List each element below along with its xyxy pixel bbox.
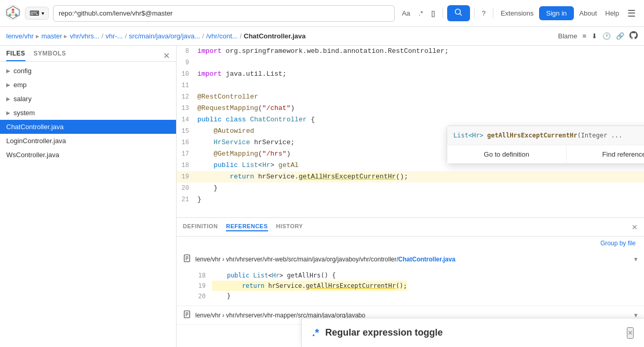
about-button[interactable]: About	[576, 7, 600, 19]
breadcrumb-branch[interactable]: master	[42, 32, 62, 40]
tooltip-type: List<Hr>	[453, 132, 484, 139]
address-bar[interactable]	[53, 5, 395, 22]
breadcrumb-actions: Blame ≡ ⬇ 🕐 🔗	[558, 31, 638, 41]
file-tree: ▶ config ▶ emp ▶ salary ▶ system ChatCon…	[0, 62, 176, 347]
chevron-right-icon: ▶	[6, 96, 10, 102]
folder-system-label: system	[14, 109, 35, 117]
format-icon[interactable]: ≡	[582, 32, 586, 40]
folder-salary-label: salary	[14, 95, 32, 103]
folder-system[interactable]: ▶ system	[0, 106, 176, 120]
bottom-panel-close-button[interactable]: ✕	[632, 223, 638, 231]
code-line-10: 10 import java.util.List;	[177, 68, 644, 80]
svg-line-10	[460, 13, 462, 16]
ref-header-1[interactable]: lenve/vhr › vhr/vhrserver/vhr-web/src/ma…	[177, 250, 644, 268]
logo	[5, 5, 21, 22]
keyboard-icon: ⌨	[30, 9, 39, 17]
regex-tooltip-close-button[interactable]: ×	[627, 327, 634, 339]
find-references-button[interactable]: Find references	[567, 145, 645, 163]
code-line-13: 13 @RequestMapping("/chat")	[177, 103, 644, 114]
code-line-8: 8 import org.springframework.web.bind.an…	[177, 46, 644, 57]
toolbar-divider	[442, 8, 443, 19]
toolbar-group: Aa .* [] ? Extensions Sign in About Help…	[399, 5, 639, 21]
breadcrumb: lenve/vhr ▸ master ▸ vhr/vhrs... / vhr-.…	[0, 27, 644, 46]
breadcrumb-sep-6: /	[240, 32, 242, 40]
extensions-button[interactable]: Extensions	[498, 7, 537, 19]
ref-line-18: 18 public List<Hr> getAllHrs() {	[193, 270, 638, 281]
breadcrumb-sep-4: /	[125, 32, 127, 40]
tab-files[interactable]: FILES	[6, 50, 25, 61]
go-to-definition-button[interactable]: Go to definition	[447, 145, 567, 163]
tab-definition[interactable]: DEFINITION	[183, 223, 218, 231]
file-ws-label: WsController.java	[6, 151, 59, 159]
link-icon[interactable]: 🔗	[616, 32, 624, 40]
search-button[interactable]	[447, 5, 470, 21]
tooltip-method: getAllHrsExceptCurrentHr	[487, 132, 577, 139]
code-line-11: 11	[177, 80, 644, 91]
file-login-label: LoginController.java	[6, 137, 66, 145]
ref-line-19: 19 return hrService.getAllHrsExceptCurre…	[193, 281, 638, 291]
folder-emp[interactable]: ▶ emp	[0, 78, 176, 92]
regex-tooltip: .* Regular expression toggle ×	[301, 318, 644, 347]
breadcrumb-path-3[interactable]: src/main/java/org/java...	[129, 32, 200, 40]
reference-section-1: lenve/vhr › vhr/vhrserver/vhr-web/src/ma…	[177, 250, 644, 306]
sidebar-close-button[interactable]: ✕	[163, 51, 170, 61]
sidebar-tab-bar: FILES SYMBOLS ✕	[0, 46, 176, 62]
main-layout: FILES SYMBOLS ✕ ▶ config ▶ emp ▶ salary …	[0, 46, 644, 347]
font-toggle-button[interactable]: Aa	[399, 7, 413, 19]
keyboard-toggle-button[interactable]: ⌨ ▾	[25, 7, 49, 20]
breadcrumb-sep-1: ▸	[36, 32, 39, 40]
folder-salary[interactable]: ▶ salary	[0, 92, 176, 106]
bottom-tab-bar: DEFINITION REFERENCES HISTORY ✕	[177, 218, 644, 237]
breadcrumb-repo[interactable]: lenve/vhr	[6, 32, 34, 40]
toolbar-divider-2	[474, 8, 475, 19]
tooltip-params: (Integer ...	[577, 132, 622, 139]
breadcrumb-sep-2: ▸	[64, 32, 68, 40]
file-chat-controller[interactable]: ChatController.java	[0, 120, 176, 134]
tab-symbols[interactable]: SYMBOLS	[34, 50, 66, 61]
code-line-21: 21 }	[177, 194, 644, 205]
bracket-toggle-button[interactable]: []	[428, 7, 438, 19]
file-chat-label: ChatController.java	[6, 123, 64, 131]
breadcrumb-path-1[interactable]: vhr/vhrs...	[70, 32, 99, 40]
file-login-controller[interactable]: LoginController.java	[0, 134, 176, 148]
ref-expand-icon-1: ▾	[634, 255, 638, 263]
menu-button[interactable]: ☰	[624, 6, 639, 21]
chevron-right-icon: ▶	[6, 110, 10, 116]
signin-button[interactable]: Sign in	[539, 6, 574, 20]
tab-references[interactable]: REFERENCES	[226, 223, 267, 231]
breadcrumb-sep-3: /	[102, 32, 104, 40]
code-area: 8 import org.springframework.web.bind.an…	[177, 46, 644, 217]
keyboard-chevron-icon: ▾	[42, 10, 44, 16]
code-line-9: 9	[177, 57, 644, 68]
regex-icon: .*	[312, 327, 319, 339]
help-button[interactable]: ?	[479, 7, 489, 19]
tooltip-space	[484, 132, 487, 139]
toolbar-divider-3	[493, 8, 493, 19]
group-by-file-button[interactable]: Group by file	[177, 237, 644, 250]
history-icon[interactable]: 🕐	[602, 32, 611, 40]
code-line-12: 12 @RestController	[177, 91, 644, 103]
tooltip-header: List<Hr> getAllHrsExceptCurrentHr (Integ…	[447, 126, 644, 145]
tooltip-actions: Go to definition Find references	[447, 145, 644, 163]
help-text-button[interactable]: Help	[602, 7, 622, 19]
breadcrumb-sep-5: /	[202, 32, 204, 40]
folder-emp-label: emp	[14, 81, 26, 89]
regex-toggle-button[interactable]: .*	[415, 7, 426, 19]
file-ws-controller[interactable]: WsController.java	[0, 148, 176, 162]
code-line-14: 14 public class ChatController {	[177, 114, 644, 126]
ref-icon-2	[183, 310, 191, 320]
chevron-right-icon: ▶	[6, 68, 10, 74]
breadcrumb-path-4[interactable]: /vhr/cont...	[206, 32, 238, 40]
breadcrumb-current: ChatController.java	[244, 32, 305, 40]
ref-lines-1: 18 public List<Hr> getAllHrs() { 19 retu…	[177, 268, 644, 306]
chevron-right-icon: ▶	[6, 82, 10, 88]
blame-label[interactable]: Blame	[558, 32, 578, 40]
tab-history[interactable]: HISTORY	[276, 223, 303, 231]
download-icon[interactable]: ⬇	[592, 32, 597, 40]
breadcrumb-path-2[interactable]: vhr-...	[105, 32, 123, 40]
folder-config[interactable]: ▶ config	[0, 64, 176, 78]
github-icon[interactable]	[629, 31, 638, 41]
sidebar: FILES SYMBOLS ✕ ▶ config ▶ emp ▶ salary …	[0, 46, 177, 347]
regex-tooltip-title: Regular expression toggle	[325, 327, 442, 338]
tooltip-popup: List<Hr> getAllHrsExceptCurrentHr (Integ…	[447, 126, 644, 164]
